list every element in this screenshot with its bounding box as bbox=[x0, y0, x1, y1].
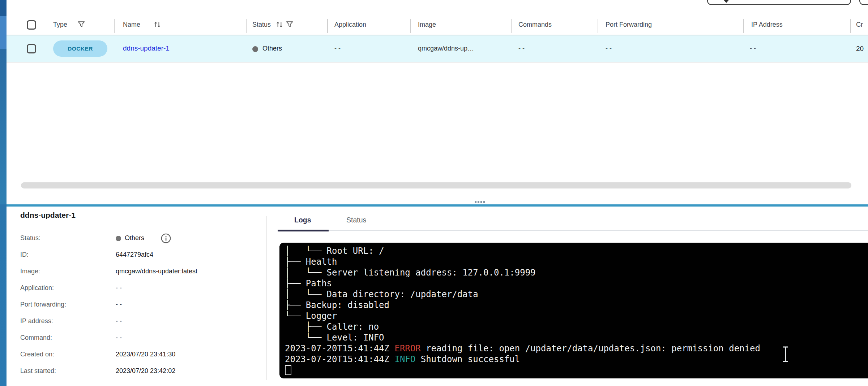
detail-panel-title: ddns-updater-1 bbox=[20, 211, 76, 220]
column-divider bbox=[598, 19, 598, 33]
field-label-last-started: Last started: bbox=[20, 367, 56, 375]
terminal-tree-line: ├── Health bbox=[285, 257, 337, 267]
column-header-image[interactable]: Image bbox=[418, 21, 436, 29]
section-divider bbox=[7, 204, 868, 207]
field-value-last-started: 2023/07/20 23:42:02 bbox=[116, 367, 175, 375]
terminal-tree-line: └── Level: INFO bbox=[285, 333, 384, 343]
log-timestamp: 2023-07-20T15:41:44Z bbox=[285, 343, 389, 354]
toolbar-button-partial[interactable] bbox=[859, 0, 868, 5]
column-divider bbox=[246, 19, 247, 33]
sort-icon[interactable] bbox=[275, 21, 283, 29]
log-message: Shutdown successful bbox=[415, 354, 520, 364]
terminal-cursor bbox=[285, 365, 291, 375]
status-dot-icon bbox=[116, 236, 121, 241]
terminal-tree-line: └── Logger bbox=[285, 311, 337, 321]
field-value-port-forwarding: - - bbox=[116, 301, 122, 308]
field-label-status: Status: bbox=[20, 234, 40, 242]
field-label-application: Application: bbox=[20, 284, 54, 292]
container-station-window: Type Name Status Application Image Comma… bbox=[0, 0, 868, 386]
log-level-info: INFO bbox=[394, 354, 415, 364]
info-icon[interactable] bbox=[161, 233, 171, 244]
log-message: reading file: open /updater/data/updates… bbox=[421, 343, 760, 354]
row-status: Others bbox=[262, 45, 282, 52]
terminal-tree-line: │ └── Server listening address: 127.0.0.… bbox=[285, 268, 536, 278]
logs-terminal[interactable]: │ └── Root URL: / ├── Health │ └── Serve… bbox=[279, 243, 868, 378]
dot bbox=[480, 201, 482, 203]
column-header-ip-address[interactable]: IP Address bbox=[751, 21, 783, 29]
column-header-type[interactable]: Type bbox=[53, 21, 67, 29]
filter-icon[interactable] bbox=[286, 21, 294, 29]
column-header-application[interactable]: Application bbox=[334, 21, 366, 29]
column-divider bbox=[410, 19, 411, 33]
container-name-link[interactable]: ddns-updater-1 bbox=[123, 44, 170, 52]
column-header-port-forwarding[interactable]: Port Forwarding bbox=[606, 21, 652, 29]
column-divider bbox=[743, 19, 744, 33]
search-box-partial[interactable] bbox=[707, 0, 851, 5]
tabbar-baseline bbox=[329, 230, 868, 231]
panel-separator bbox=[266, 216, 267, 380]
row-created-clipped: 20 bbox=[856, 45, 864, 53]
field-label-command: Command: bbox=[20, 334, 52, 342]
sidebar-edge-top bbox=[0, 0, 7, 16]
column-header-created-clipped[interactable]: Cr bbox=[856, 21, 863, 29]
horizontal-scrollbar-thumb[interactable] bbox=[21, 182, 851, 188]
sidebar-edge-strip bbox=[0, 0, 7, 386]
row-commands: - - bbox=[518, 45, 525, 52]
filter-icon[interactable] bbox=[77, 21, 85, 29]
column-divider bbox=[114, 19, 115, 33]
field-value-id: 6447279afc4 bbox=[116, 251, 153, 259]
row-image: qmcgaw/ddns-up… bbox=[418, 45, 474, 52]
dot bbox=[478, 201, 479, 203]
field-value-status: Others bbox=[125, 234, 144, 242]
dot bbox=[483, 201, 485, 203]
field-value-image: qmcgaw/ddns-updater:latest bbox=[116, 268, 197, 275]
field-label-id: ID: bbox=[20, 251, 29, 259]
field-label-port-forwarding: Port forwarding: bbox=[20, 301, 66, 308]
column-divider bbox=[511, 19, 512, 33]
row-port-forwarding: - - bbox=[606, 45, 612, 52]
ibeam-mouse-cursor bbox=[781, 346, 790, 363]
column-divider bbox=[850, 19, 851, 33]
active-tab-underline bbox=[278, 230, 329, 231]
dot bbox=[475, 201, 476, 203]
log-level-error: ERROR bbox=[394, 343, 420, 354]
terminal-tree-line: │ └── Data directory: /updater/data bbox=[285, 289, 478, 299]
field-value-command: - - bbox=[116, 334, 122, 342]
status-dot-icon bbox=[252, 46, 258, 52]
column-header-status[interactable]: Status bbox=[252, 21, 271, 29]
chevron-down-icon bbox=[724, 0, 729, 3]
tab-logs[interactable]: Logs bbox=[294, 216, 311, 224]
sort-icon[interactable] bbox=[153, 21, 161, 29]
sidebar-edge-bottom bbox=[0, 204, 7, 386]
column-divider bbox=[327, 19, 328, 33]
terminal-tree-line: ├── Backup: disabled bbox=[285, 300, 389, 310]
column-header-commands[interactable]: Commands bbox=[518, 21, 552, 29]
column-header-name[interactable]: Name bbox=[123, 21, 140, 29]
terminal-tree-line: ├── Paths bbox=[285, 278, 332, 289]
field-label-image: Image: bbox=[20, 268, 40, 275]
tab-status[interactable]: Status bbox=[346, 216, 366, 224]
log-timestamp: 2023-07-20T15:41:44Z bbox=[285, 354, 389, 364]
panel-resize-handle[interactable] bbox=[475, 201, 485, 203]
row-application: - - bbox=[334, 45, 341, 52]
field-label-ip-address: IP address: bbox=[20, 317, 53, 325]
terminal-tree-line: ├── Caller: no bbox=[285, 322, 379, 332]
row-ip-address: - - bbox=[750, 45, 756, 52]
field-label-created-on: Created on: bbox=[20, 351, 54, 358]
docker-type-badge: DOCKER bbox=[53, 40, 107, 57]
select-all-checkbox[interactable] bbox=[27, 20, 36, 30]
terminal-tree-line: │ └── Root URL: / bbox=[285, 246, 384, 256]
field-value-created-on: 2023/07/20 23:41:30 bbox=[116, 351, 175, 358]
terminal-output: │ └── Root URL: / ├── Health │ └── Serve… bbox=[279, 243, 868, 376]
field-value-application: - - bbox=[116, 284, 122, 292]
sidebar-edge-body bbox=[0, 49, 7, 204]
field-value-ip-address: - - bbox=[116, 317, 122, 325]
row-checkbox[interactable] bbox=[27, 44, 36, 53]
sidebar-edge-mid bbox=[0, 16, 7, 49]
